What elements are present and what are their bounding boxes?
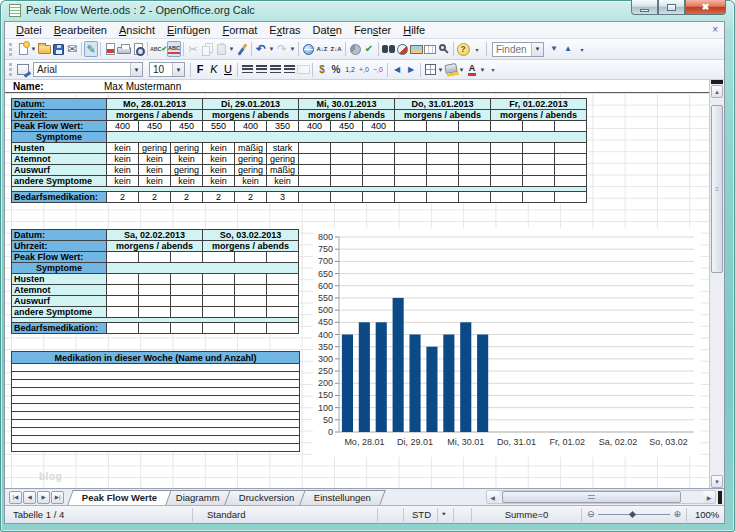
cell[interactable]: 550 (203, 121, 235, 132)
first-sheet-icon[interactable]: |◀ (9, 491, 22, 504)
menu-ansicht[interactable]: Ansicht (113, 23, 161, 37)
cell[interactable]: kein (107, 176, 139, 187)
cell[interactable] (459, 154, 491, 165)
cell[interactable]: gering (171, 165, 203, 176)
cell[interactable] (12, 428, 300, 436)
toolbar-options-icon[interactable]: ▾ (470, 41, 484, 57)
menu-datei[interactable]: Datei (10, 23, 48, 37)
cell[interactable] (107, 263, 299, 274)
cell[interactable] (203, 296, 235, 307)
cell[interactable] (12, 372, 300, 380)
cell[interactable] (267, 296, 299, 307)
font-size-combo[interactable]: ▼ (149, 62, 185, 77)
cell[interactable] (139, 307, 171, 318)
hscroll-track[interactable] (499, 491, 703, 503)
cell[interactable] (427, 165, 459, 176)
cell[interactable] (427, 176, 459, 187)
add-decimal-icon[interactable]: +,0 (357, 62, 371, 78)
borders-icon-dropdown-icon[interactable]: ▼ (437, 62, 444, 78)
cell[interactable]: 400 (235, 121, 267, 132)
cell[interactable]: mäßig (235, 143, 267, 154)
cell[interactable] (107, 132, 587, 143)
cell[interactable] (555, 176, 587, 187)
cell[interactable] (139, 252, 171, 263)
cell[interactable] (427, 154, 459, 165)
cell[interactable] (427, 121, 459, 132)
cell[interactable] (203, 323, 235, 334)
delete-decimal-icon[interactable]: −,0 (371, 62, 385, 78)
zoom-icon[interactable] (437, 41, 451, 57)
cell[interactable]: Symptome (12, 132, 107, 143)
zoom-track[interactable] (598, 510, 671, 519)
cell[interactable]: kein (139, 176, 171, 187)
cell[interactable] (491, 192, 523, 203)
menu-extras[interactable]: Extras (263, 23, 306, 37)
cell[interactable]: gering (267, 154, 299, 165)
cell[interactable] (12, 364, 300, 372)
cell[interactable] (107, 323, 139, 334)
cell[interactable] (139, 296, 171, 307)
cell[interactable] (171, 285, 203, 296)
data-sources-icon[interactable] (423, 41, 437, 57)
cell[interactable]: Auswurf (12, 296, 107, 307)
cell[interactable]: gering (139, 143, 171, 154)
maximize-button[interactable] (658, 0, 685, 15)
font-color-icon-dropdown-icon[interactable]: ▼ (479, 62, 486, 78)
cell[interactable] (363, 176, 395, 187)
cell[interactable] (171, 323, 203, 334)
hscroll-thumb[interactable] (502, 491, 682, 503)
cell[interactable] (139, 285, 171, 296)
cell[interactable] (107, 285, 139, 296)
last-sheet-icon[interactable]: ▶| (51, 491, 64, 504)
cell[interactable] (459, 165, 491, 176)
toolbar-grip[interactable] (9, 63, 12, 76)
decrease-indent-icon[interactable]: ◀ (390, 62, 404, 78)
cell[interactable]: Sa, 02.02.2013 (107, 230, 203, 241)
menu-daten[interactable]: Daten (307, 23, 348, 37)
cell[interactable] (107, 307, 139, 318)
cell[interactable] (203, 307, 235, 318)
cell[interactable] (267, 285, 299, 296)
sum-display[interactable]: Summe=0 (472, 508, 582, 522)
cell[interactable]: morgens / abends (299, 110, 395, 121)
cell[interactable] (523, 176, 555, 187)
cell[interactable] (139, 323, 171, 334)
cell[interactable] (171, 296, 203, 307)
underline-button[interactable]: U (221, 62, 235, 78)
find-input[interactable]: ▼ (492, 42, 544, 57)
cell[interactable] (267, 307, 299, 318)
cell[interactable] (299, 143, 331, 154)
cell[interactable] (171, 252, 203, 263)
cell[interactable]: andere Symptome (12, 176, 107, 187)
cell[interactable]: gering (235, 165, 267, 176)
cell[interactable]: kein (235, 176, 267, 187)
font-color-icon[interactable]: A (465, 62, 479, 78)
menu-format[interactable]: Format (216, 23, 263, 37)
cell[interactable] (523, 165, 555, 176)
undo-icon-dropdown-icon[interactable]: ▼ (268, 41, 275, 57)
cell[interactable] (235, 252, 267, 263)
spreadsheet-grid[interactable]: Name: Max Mustermann Datum:Mo, 28.01.201… (5, 80, 709, 488)
cell[interactable] (12, 396, 300, 404)
menu-hilfe[interactable]: Hilfe (397, 23, 431, 37)
cell[interactable]: Uhrzeit: (12, 110, 107, 121)
cell[interactable]: morgens / abends (203, 110, 299, 121)
horizontal-scrollbar[interactable]: ◀ ▶ (486, 490, 716, 504)
cell[interactable] (299, 154, 331, 165)
standard-format-icon[interactable]: 1,2 (343, 62, 357, 78)
cell[interactable]: morgens / abends (107, 110, 203, 121)
cell[interactable] (203, 252, 235, 263)
cell[interactable] (523, 154, 555, 165)
cell[interactable]: Di, 29.01.2013 (203, 99, 299, 110)
email-icon[interactable]: ✉ (65, 41, 79, 57)
cell[interactable] (363, 154, 395, 165)
cell[interactable]: kein (203, 143, 235, 154)
cell[interactable] (299, 176, 331, 187)
font-name-combo[interactable]: ▼ (33, 62, 143, 77)
cell[interactable] (12, 412, 300, 420)
cell[interactable] (267, 323, 299, 334)
cell[interactable] (523, 143, 555, 154)
cell[interactable]: Datum: (12, 99, 107, 110)
cell[interactable] (12, 436, 300, 444)
find-replace-icon[interactable] (381, 41, 395, 57)
